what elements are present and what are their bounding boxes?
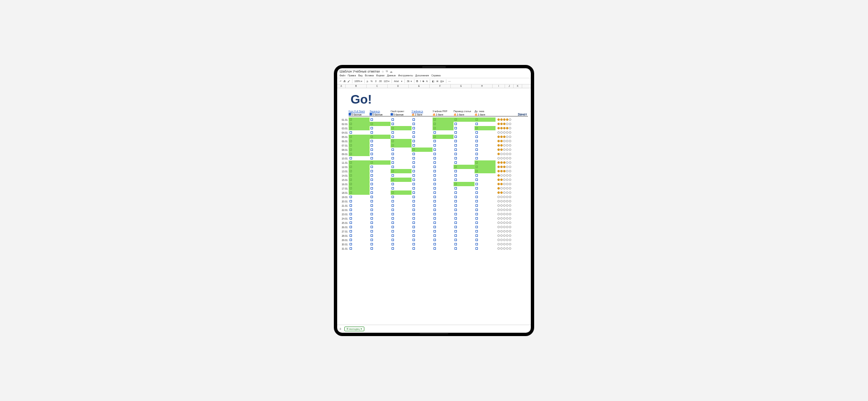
checkbox[interactable] (350, 247, 352, 250)
check-cell[interactable] (349, 169, 370, 173)
checkbox[interactable] (350, 213, 352, 215)
document-title[interactable]: Шаблон Учебные отметки (340, 70, 380, 73)
checkbox[interactable] (455, 166, 457, 168)
check-cell[interactable] (370, 152, 391, 156)
check-cell[interactable] (349, 122, 370, 126)
checkbox[interactable] (434, 153, 436, 155)
checkbox[interactable] (350, 234, 352, 237)
check-cell[interactable] (349, 195, 370, 199)
check-cell[interactable] (391, 178, 412, 182)
menu-данные[interactable]: Данные (387, 74, 396, 77)
check-cell[interactable] (433, 195, 454, 199)
checkbox[interactable] (434, 166, 436, 168)
check-cell[interactable] (391, 156, 412, 160)
check-cell[interactable] (391, 186, 412, 190)
check-cell[interactable] (412, 238, 433, 242)
checkbox[interactable] (392, 140, 394, 142)
star-icon[interactable]: ☆ (382, 70, 384, 73)
check-cell[interactable] (412, 216, 433, 221)
check-cell[interactable] (412, 117, 433, 122)
check-cell[interactable] (475, 216, 496, 221)
checkbox[interactable] (413, 161, 415, 164)
checkbox[interactable] (392, 174, 394, 177)
checkbox[interactable] (413, 166, 415, 168)
check-cell[interactable] (370, 203, 391, 208)
check-cell[interactable] (475, 195, 496, 199)
check-cell[interactable] (454, 238, 475, 242)
checkbox[interactable] (392, 118, 394, 121)
check-cell[interactable] (370, 225, 391, 229)
checkbox[interactable] (413, 153, 415, 155)
checkbox[interactable] (371, 234, 373, 237)
checkbox[interactable] (475, 234, 478, 237)
checkbox[interactable] (455, 217, 457, 220)
checkbox[interactable] (371, 239, 373, 241)
check-cell[interactable] (412, 122, 433, 126)
checkbox[interactable] (392, 230, 394, 232)
bold-btn[interactable]: B (416, 80, 418, 83)
checkbox[interactable] (475, 157, 478, 159)
checkbox[interactable] (475, 123, 478, 125)
check-cell[interactable] (475, 126, 496, 130)
merge-btn[interactable]: ▥▾ (440, 80, 444, 83)
check-cell[interactable] (391, 126, 412, 130)
checkbox[interactable] (413, 191, 415, 194)
checkbox[interactable] (371, 200, 373, 202)
checkbox[interactable] (434, 209, 436, 211)
check-cell[interactable] (433, 165, 454, 169)
check-cell[interactable] (454, 186, 475, 190)
menu-формат[interactable]: Формат (376, 74, 385, 77)
checkbox[interactable] (475, 230, 478, 232)
check-cell[interactable] (391, 165, 412, 169)
checkbox[interactable] (392, 161, 394, 164)
check-cell[interactable] (391, 190, 412, 195)
checkbox[interactable] (413, 200, 415, 202)
checkbox[interactable] (392, 166, 394, 168)
check-cell[interactable] (412, 225, 433, 229)
col-header-J[interactable]: J (505, 84, 514, 88)
check-cell[interactable] (475, 208, 496, 212)
checkbox[interactable] (475, 183, 478, 185)
check-cell[interactable] (391, 229, 412, 233)
checkbox[interactable] (455, 204, 457, 207)
checkbox[interactable] (434, 161, 436, 164)
checkbox[interactable] (350, 144, 352, 147)
checkbox[interactable] (455, 123, 457, 125)
checkbox[interactable] (475, 174, 478, 177)
checkbox[interactable] (434, 243, 436, 245)
check-cell[interactable] (349, 143, 370, 148)
check-cell[interactable] (433, 186, 454, 190)
check-cell[interactable] (454, 135, 475, 139)
check-cell[interactable] (349, 203, 370, 208)
checkbox[interactable] (350, 243, 352, 245)
spreadsheet-body[interactable]: Go! Курс Full StackЗадача jsСвой проектУ… (337, 88, 531, 325)
check-cell[interactable] (433, 143, 454, 148)
checkbox[interactable] (455, 127, 457, 129)
checkbox[interactable] (455, 187, 457, 190)
checkbox[interactable] (371, 230, 373, 232)
check-cell[interactable] (412, 195, 433, 199)
check-cell[interactable] (454, 148, 475, 152)
checkbox[interactable] (413, 179, 415, 181)
check-cell[interactable] (454, 173, 475, 178)
check-cell[interactable] (433, 225, 454, 229)
checkbox[interactable] (350, 183, 352, 185)
checkbox[interactable] (392, 217, 394, 220)
check-cell[interactable] (370, 229, 391, 233)
check-cell[interactable] (475, 203, 496, 208)
checkbox[interactable] (350, 157, 352, 159)
check-cell[interactable] (412, 186, 433, 190)
checkbox[interactable] (413, 226, 415, 228)
checkbox[interactable] (413, 196, 415, 198)
checkbox[interactable] (475, 140, 478, 142)
check-cell[interactable] (370, 178, 391, 182)
check-cell[interactable] (454, 212, 475, 216)
check-cell[interactable] (349, 199, 370, 203)
check-cell[interactable] (475, 130, 496, 135)
check-cell[interactable] (412, 173, 433, 178)
check-cell[interactable] (433, 216, 454, 221)
borders-btn[interactable]: ⊞ (436, 80, 438, 83)
checkbox[interactable] (475, 217, 478, 220)
checkbox[interactable] (434, 200, 436, 202)
check-cell[interactable] (370, 122, 391, 126)
